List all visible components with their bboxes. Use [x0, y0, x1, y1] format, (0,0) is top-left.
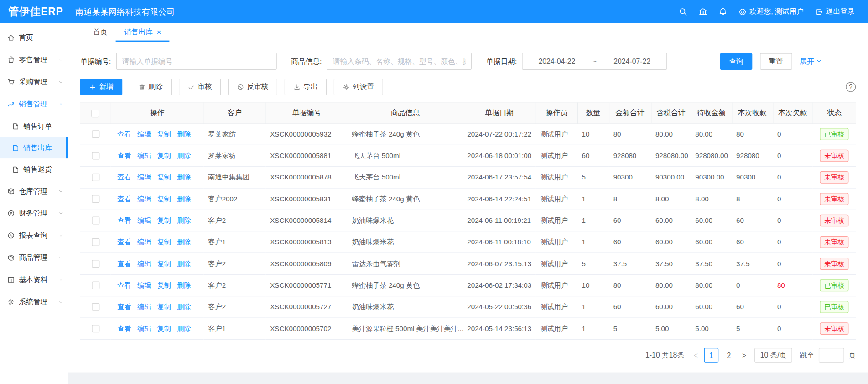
row-checkbox[interactable]: [92, 174, 99, 181]
logout-button[interactable]: 退出登录: [815, 7, 854, 17]
delete-link[interactable]: 删除: [177, 303, 191, 310]
edit-link[interactable]: 编辑: [137, 152, 151, 159]
tab-sales-outbound[interactable]: 销售出库×: [116, 23, 170, 42]
copy-link[interactable]: 复制: [157, 152, 171, 159]
search-button[interactable]: 查询: [720, 53, 752, 69]
notification-bell-icon[interactable]: [718, 7, 727, 16]
row-checkbox[interactable]: [92, 217, 99, 225]
tab-home[interactable]: 首页: [85, 23, 116, 42]
sidebar-item-sales-outbound[interactable]: 销售出库: [0, 137, 68, 158]
date-to-value[interactable]: 2024-07-22: [598, 57, 666, 65]
column-settings-button[interactable]: 列设置: [334, 79, 383, 95]
cell-actions: 查看编辑复制删除: [111, 318, 204, 339]
edit-link[interactable]: 编辑: [137, 303, 151, 310]
unaudit-button[interactable]: 反审核: [228, 79, 277, 95]
sidebar-item-sales-return[interactable]: 销售退货: [0, 158, 68, 180]
sidebar-item-sales-order[interactable]: 销售订单: [0, 115, 68, 137]
copy-link[interactable]: 复制: [157, 130, 171, 138]
jump-input[interactable]: [819, 348, 844, 363]
view-link[interactable]: 查看: [117, 130, 131, 138]
select-all-checkbox[interactable]: [92, 110, 99, 117]
audit-button[interactable]: 审核: [179, 79, 221, 95]
copy-link[interactable]: 复制: [157, 325, 171, 332]
reset-button[interactable]: 重置: [760, 53, 792, 69]
view-link[interactable]: 查看: [117, 303, 131, 310]
row-checkbox[interactable]: [92, 325, 99, 333]
edit-link[interactable]: 编辑: [137, 260, 151, 268]
sidebar-item-basic-data[interactable]: 基本资料: [0, 269, 68, 291]
welcome-user[interactable]: 欢迎您, 测试用户: [738, 7, 804, 17]
edit-link[interactable]: 编辑: [137, 195, 151, 203]
order-no-input[interactable]: [116, 53, 276, 70]
date-from-value[interactable]: 2024-04-22: [522, 57, 591, 65]
delete-link[interactable]: 删除: [177, 260, 191, 268]
cell-received: 60: [732, 296, 773, 318]
edit-link[interactable]: 编辑: [137, 130, 151, 138]
view-link[interactable]: 查看: [117, 281, 131, 289]
view-link[interactable]: 查看: [117, 260, 131, 268]
row-checkbox[interactable]: [92, 152, 99, 160]
sidebar-item-home[interactable]: 首页: [0, 26, 68, 49]
sidebar-item-system[interactable]: 系统管理: [0, 291, 68, 313]
table-row: 查看编辑复制删除客户2XSCK00000005809雷达杀虫气雾剂2024-06…: [80, 253, 856, 274]
prev-page-button[interactable]: <: [692, 351, 699, 359]
delete-link[interactable]: 删除: [177, 152, 191, 159]
date-range-picker[interactable]: 2024-04-22 ~ 2024-07-22: [522, 53, 667, 70]
edit-link[interactable]: 编辑: [137, 216, 151, 224]
edit-link[interactable]: 编辑: [137, 281, 151, 289]
page-size-select[interactable]: 10 条/页: [755, 348, 792, 363]
delete-link[interactable]: 删除: [177, 173, 191, 181]
next-page-button[interactable]: >: [740, 351, 748, 359]
sidebar-item-retail[interactable]: 零售管理: [0, 49, 68, 71]
delete-link[interactable]: 删除: [177, 325, 191, 332]
edit-link[interactable]: 编辑: [137, 173, 151, 181]
copy-link[interactable]: 复制: [157, 281, 171, 289]
chevron-down-icon: [58, 277, 63, 283]
copy-link[interactable]: 复制: [157, 216, 171, 224]
copy-link[interactable]: 复制: [157, 173, 171, 181]
page-2-button[interactable]: 2: [722, 348, 736, 363]
view-link[interactable]: 查看: [117, 152, 131, 159]
view-link[interactable]: 查看: [117, 173, 131, 181]
copy-link[interactable]: 复制: [157, 303, 171, 310]
copy-link[interactable]: 复制: [157, 260, 171, 268]
sidebar-item-report[interactable]: 报表查询: [0, 225, 68, 247]
row-checkbox[interactable]: [92, 282, 99, 289]
row-checkbox[interactable]: [92, 260, 99, 268]
sidebar-item-finance[interactable]: 财务管理: [0, 202, 68, 225]
page-1-button[interactable]: 1: [704, 348, 718, 363]
row-checkbox[interactable]: [92, 195, 99, 203]
delete-link[interactable]: 删除: [177, 216, 191, 224]
product-info-input[interactable]: [327, 53, 472, 70]
view-link[interactable]: 查看: [117, 325, 131, 332]
copy-link[interactable]: 复制: [157, 238, 171, 246]
cell-tax_total: 60.00: [651, 231, 691, 253]
sidebar-item-goods[interactable]: 商品管理: [0, 247, 68, 269]
delete-link[interactable]: 删除: [177, 281, 191, 289]
cell-order_no: XSCK00000005932: [266, 123, 348, 145]
delete-link[interactable]: 删除: [177, 238, 191, 246]
help-icon[interactable]: ?: [846, 82, 856, 92]
view-link[interactable]: 查看: [117, 238, 131, 246]
home-shortcut-icon[interactable]: [698, 7, 707, 16]
sidebar-item-sales[interactable]: 销售管理: [0, 93, 68, 116]
delete-link[interactable]: 删除: [177, 195, 191, 203]
export-button[interactable]: 导出: [285, 79, 327, 95]
body-row: 首页零售管理采购管理销售管理销售订单销售出库销售退货仓库管理财务管理报表查询商品…: [0, 23, 868, 384]
add-button[interactable]: 新增: [80, 79, 122, 95]
row-checkbox[interactable]: [92, 238, 99, 246]
row-checkbox[interactable]: [92, 303, 99, 311]
close-icon[interactable]: ×: [156, 28, 161, 36]
row-checkbox[interactable]: [92, 131, 99, 138]
view-link[interactable]: 查看: [117, 195, 131, 203]
search-icon[interactable]: [679, 7, 687, 16]
edit-link[interactable]: 编辑: [137, 325, 151, 332]
sidebar-item-purchase[interactable]: 采购管理: [0, 71, 68, 93]
copy-link[interactable]: 复制: [157, 195, 171, 203]
sidebar-item-warehouse[interactable]: 仓库管理: [0, 180, 68, 202]
view-link[interactable]: 查看: [117, 216, 131, 224]
edit-link[interactable]: 编辑: [137, 238, 151, 246]
expand-link[interactable]: 展开: [800, 56, 822, 66]
delete-button[interactable]: 删除: [130, 79, 172, 95]
delete-link[interactable]: 删除: [177, 130, 191, 138]
